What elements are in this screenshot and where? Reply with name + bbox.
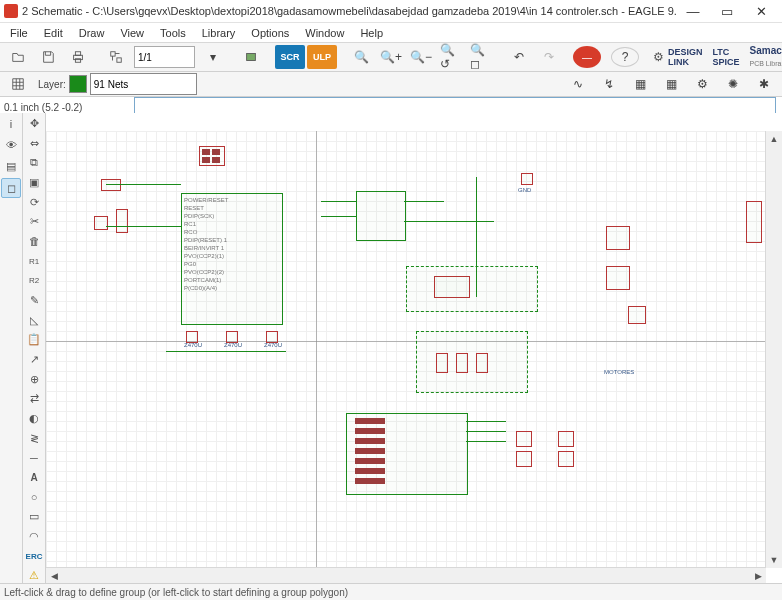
sheet-selector[interactable] xyxy=(134,46,195,68)
mid-group xyxy=(416,331,528,393)
paste-icon[interactable]: 📋 xyxy=(25,331,43,348)
layer-combo[interactable] xyxy=(90,73,197,95)
mirror-icon[interactable]: ⇔ xyxy=(25,135,43,152)
menu-view[interactable]: View xyxy=(112,25,152,41)
menu-options[interactable]: Options xyxy=(243,25,297,41)
designlink-label: DESIGN LINK xyxy=(668,47,703,67)
name-icon[interactable]: R1 xyxy=(25,253,43,270)
menu-help[interactable]: Help xyxy=(352,25,391,41)
sheet-dropdown[interactable]: ▾ xyxy=(199,45,227,69)
vertical-scrollbar[interactable]: ▲ ▼ xyxy=(765,131,782,568)
library-use-button[interactable] xyxy=(237,45,265,69)
menu-library[interactable]: Library xyxy=(194,25,244,41)
delete-icon[interactable]: 🗑 xyxy=(25,233,43,250)
grid-button[interactable] xyxy=(4,72,32,96)
scroll-left-icon[interactable]: ◀ xyxy=(47,569,61,583)
svg-rect-5 xyxy=(247,54,256,61)
status-bar: Left-click & drag to define group (or le… xyxy=(0,583,782,600)
maximize-button[interactable]: ▭ xyxy=(710,0,744,22)
gear-tool3-button[interactable]: ✱ xyxy=(750,72,778,96)
connector-block xyxy=(346,413,468,495)
miter-icon[interactable]: ◺ xyxy=(25,312,43,329)
mark-icon[interactable]: ◻ xyxy=(1,178,21,198)
print-button[interactable] xyxy=(64,45,92,69)
diode1 xyxy=(521,173,533,185)
zoom-out-button[interactable]: 🔍− xyxy=(407,45,435,69)
pinswap-icon[interactable]: ⇄ xyxy=(25,390,43,407)
designlink-button[interactable]: ⚙ DESIGN LINK xyxy=(649,46,707,68)
ltcspice-button[interactable]: LTC SPICE xyxy=(709,46,744,68)
menu-window[interactable]: Window xyxy=(297,25,352,41)
gear-tool2-button[interactable]: ✺ xyxy=(719,72,747,96)
wire-icon[interactable]: ─ xyxy=(25,449,43,466)
copy-ext2-button[interactable]: ▦ xyxy=(657,72,685,96)
schematic-canvas[interactable]: POWER/RESETRESETPDIP(SCK)RC1RCOPDIP(RESE… xyxy=(46,131,766,568)
svg-rect-4 xyxy=(117,58,121,62)
z-label-1: Z470U xyxy=(184,342,202,348)
add-icon[interactable]: ⊕ xyxy=(25,371,43,388)
ulp-button[interactable]: ULP xyxy=(307,45,337,69)
close-button[interactable]: ✕ xyxy=(744,0,778,22)
canvas-viewport[interactable]: POWER/RESETRESETPDIP(SCK)RC1RCOPDIP(RESE… xyxy=(46,113,782,584)
copy-icon[interactable]: ⧉ xyxy=(25,154,43,171)
scroll-down-icon[interactable]: ▼ xyxy=(767,553,781,567)
menu-edit[interactable]: Edit xyxy=(36,25,71,41)
layer-toolbar: Layer: ∿ ↯ ▦ ▦ ⚙ ✺ ✱ xyxy=(0,72,782,97)
comp-r1 xyxy=(101,179,121,191)
zoom-in-button[interactable]: 🔍+ xyxy=(377,45,405,69)
value-icon[interactable]: R2 xyxy=(25,272,43,289)
text-icon[interactable]: A xyxy=(25,469,43,486)
move-icon[interactable]: ✥ xyxy=(25,115,43,132)
replace-icon[interactable]: ◐ xyxy=(25,410,43,427)
stop-button[interactable]: — xyxy=(573,46,601,68)
copy-ext1-button[interactable]: ▦ xyxy=(626,72,654,96)
cut-icon[interactable]: ✂ xyxy=(25,213,43,230)
zoom-select-button[interactable]: 🔍◻ xyxy=(467,45,495,69)
help-button[interactable]: ? xyxy=(611,47,639,67)
layer-color-swatch[interactable] xyxy=(69,75,87,93)
gnd-label: GND xyxy=(518,187,531,193)
circle-icon[interactable]: ○ xyxy=(25,489,43,506)
menu-file[interactable]: File xyxy=(2,25,36,41)
minimize-button[interactable]: — xyxy=(676,0,710,22)
erc-icon[interactable]: ERC xyxy=(25,548,43,565)
scroll-right-icon[interactable]: ▶ xyxy=(751,569,765,583)
main-toolbar: ▾ SCR ULP 🔍 🔍+ 🔍− 🔍↺ 🔍◻ ↶ ↷ — ? ⚙ DESIGN… xyxy=(0,43,782,72)
status-text: Left-click & drag to define group (or le… xyxy=(4,587,348,598)
open-button[interactable] xyxy=(4,45,32,69)
scroll-up-icon[interactable]: ▲ xyxy=(767,132,781,146)
arc-icon[interactable]: ◠ xyxy=(25,528,43,545)
horizontal-scrollbar[interactable]: ◀ ▶ xyxy=(46,567,766,584)
split-icon[interactable]: ↗ xyxy=(25,351,43,368)
redo-button[interactable]: ↷ xyxy=(535,45,563,69)
app-icon xyxy=(4,4,18,18)
wire-bend-button[interactable]: ↯ xyxy=(595,72,623,96)
group-icon[interactable]: ▣ xyxy=(25,174,43,191)
rightblk xyxy=(746,201,762,243)
samacsys-sub: PCB Library xyxy=(750,60,782,67)
layers-icon[interactable]: ▤ xyxy=(2,157,20,175)
samacsys-button[interactable]: SamacSys PCB Library xyxy=(746,46,782,68)
save-button[interactable] xyxy=(34,45,62,69)
script-button[interactable]: SCR xyxy=(275,45,305,69)
zoom-redraw-button[interactable]: 🔍↺ xyxy=(437,45,465,69)
info-icon[interactable]: i xyxy=(2,115,20,133)
vreg-group xyxy=(406,266,538,312)
menu-tools[interactable]: Tools xyxy=(152,25,194,41)
workarea: i 👁 ▤ ◻ ✥ ⇔ ⧉ ▣ ⟳ ✂ 🗑 R1 R2 ✎ ◺ 📋 ↗ ⊕ ⇄ … xyxy=(0,113,782,584)
gear-tool-button[interactable]: ⚙ xyxy=(688,72,716,96)
menu-draw[interactable]: Draw xyxy=(71,25,113,41)
gateswap-icon[interactable]: ≷ xyxy=(25,430,43,447)
smash-icon[interactable]: ✎ xyxy=(25,292,43,309)
board-switch-button[interactable] xyxy=(102,45,130,69)
show-icon[interactable]: 👁 xyxy=(2,136,20,154)
rotate-icon[interactable]: ⟳ xyxy=(25,194,43,211)
frame-block xyxy=(199,146,225,166)
zoom-fit-button[interactable]: 🔍 xyxy=(347,45,375,69)
motors-label: MOTORES xyxy=(604,369,634,375)
wire-parallel-button[interactable]: ∿ xyxy=(564,72,592,96)
undo-button[interactable]: ↶ xyxy=(505,45,533,69)
rect-icon[interactable]: ▭ xyxy=(25,508,43,525)
errors-icon[interactable]: ⚠ xyxy=(25,567,43,584)
svg-rect-3 xyxy=(111,52,115,56)
